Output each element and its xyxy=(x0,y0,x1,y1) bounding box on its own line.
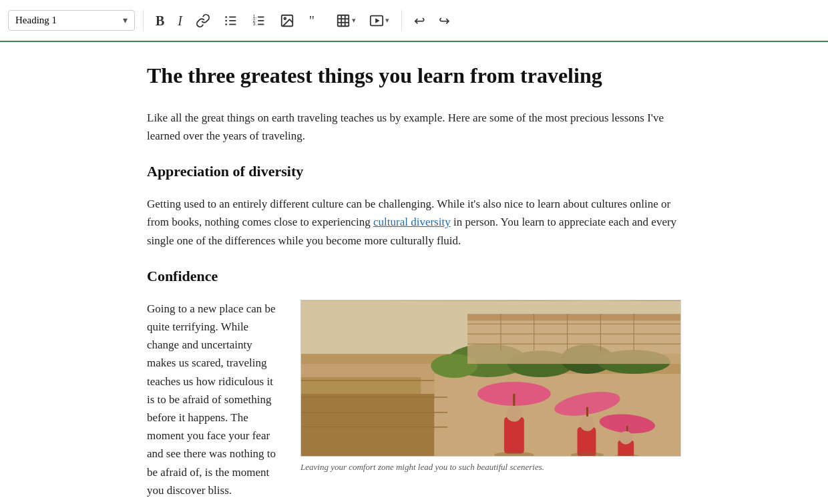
svg-rect-38 xyxy=(467,314,680,320)
svg-rect-15 xyxy=(338,15,349,26)
section1-paragraph: Getting used to an entirely different cu… xyxy=(147,195,681,250)
image-button[interactable] xyxy=(276,9,298,32)
image-icon xyxy=(280,13,294,28)
chevron-down-icon: ▾ xyxy=(123,15,128,26)
media-button[interactable]: ▾ xyxy=(365,9,393,32)
undo-button[interactable]: ↩ xyxy=(410,10,429,31)
redo-button[interactable]: ↪ xyxy=(435,10,454,31)
svg-rect-53 xyxy=(578,427,596,457)
editor-area[interactable]: The three greatest things you learn from… xyxy=(114,42,714,504)
content-with-image: Going to a new place can be quite terrif… xyxy=(147,300,681,504)
media-icon xyxy=(369,13,384,28)
article-title: The three greatest things you learn from… xyxy=(147,62,681,90)
numbered-list-icon: 1. 2. 3. xyxy=(252,13,266,28)
intro-paragraph: Like all the great things on earth trave… xyxy=(147,109,681,145)
toolbar-divider-2 xyxy=(401,10,402,31)
heading-selector-label: Heading 1 xyxy=(15,15,57,26)
toolbar: Heading 1 ▾ B I 1. 2 xyxy=(0,0,828,42)
section1-heading: Appreciation of diversity xyxy=(147,160,681,183)
svg-rect-37 xyxy=(467,314,680,364)
toolbar-divider-1 xyxy=(143,10,144,31)
redo-icon: ↪ xyxy=(439,14,450,27)
svg-text:": " xyxy=(309,13,315,28)
table-chevron-icon: ▾ xyxy=(352,17,356,24)
svg-point-58 xyxy=(619,431,632,445)
svg-rect-26 xyxy=(301,394,447,457)
media-chevron-icon: ▾ xyxy=(385,17,389,24)
quote-icon: " xyxy=(308,13,323,28)
section2-heading: Confidence xyxy=(147,264,681,288)
svg-rect-49 xyxy=(504,417,524,454)
article-body: Like all the great things on earth trave… xyxy=(147,109,681,504)
italic-button[interactable]: I xyxy=(174,10,186,31)
svg-marker-21 xyxy=(375,18,379,23)
link-button[interactable] xyxy=(192,9,214,32)
svg-rect-27 xyxy=(434,374,680,457)
article-image xyxy=(300,300,681,457)
heading-selector[interactable]: Heading 1 ▾ xyxy=(8,10,135,31)
section2-text: Going to a new place can be quite terrif… xyxy=(147,300,280,504)
cultural-diversity-link[interactable]: cultural diversity xyxy=(373,216,451,228)
link-icon xyxy=(196,13,210,28)
image-column: Leaving your comfort zone might lead you… xyxy=(300,300,681,489)
svg-text:3.: 3. xyxy=(253,21,257,26)
svg-point-3 xyxy=(225,16,227,18)
numbered-list-button[interactable]: 1. 2. 3. xyxy=(248,9,270,32)
bullet-list-icon xyxy=(224,13,238,28)
table-icon xyxy=(336,13,351,28)
svg-point-13 xyxy=(284,17,286,19)
svg-point-4 xyxy=(225,19,227,21)
svg-point-50 xyxy=(506,406,522,422)
bullet-list-button[interactable] xyxy=(220,9,242,32)
svg-point-5 xyxy=(225,23,227,25)
section2-paragraph: Going to a new place can be quite terrif… xyxy=(147,300,280,499)
quote-button[interactable]: " xyxy=(304,9,327,32)
image-scene-svg xyxy=(301,300,680,457)
bold-button[interactable]: B xyxy=(152,10,168,31)
table-button[interactable]: ▾ xyxy=(332,9,360,32)
image-caption: Leaving your comfort zone might lead you… xyxy=(300,461,681,475)
svg-point-54 xyxy=(580,417,595,431)
undo-icon: ↩ xyxy=(414,14,425,27)
